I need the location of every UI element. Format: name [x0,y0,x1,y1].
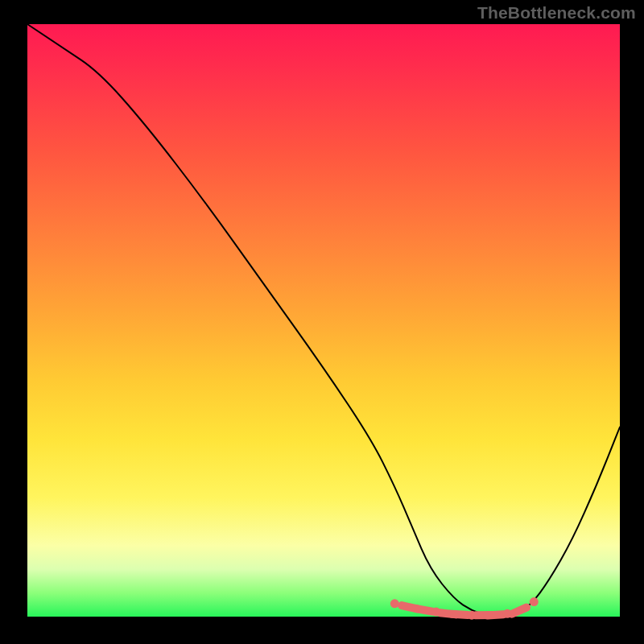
bottleneck-curve [27,24,620,617]
marker-dash [452,614,468,615]
marker-dash [488,614,504,615]
marker-dash [512,608,526,614]
optimal-band-markers [390,597,539,620]
curve-layer [27,24,620,617]
marker-dot [530,597,539,606]
plot-area [27,24,620,617]
chart-frame: TheBottleneck.com [0,0,644,644]
marker-dash [416,609,432,612]
watermark-text: TheBottleneck.com [477,3,636,23]
marker-dot [390,599,399,608]
